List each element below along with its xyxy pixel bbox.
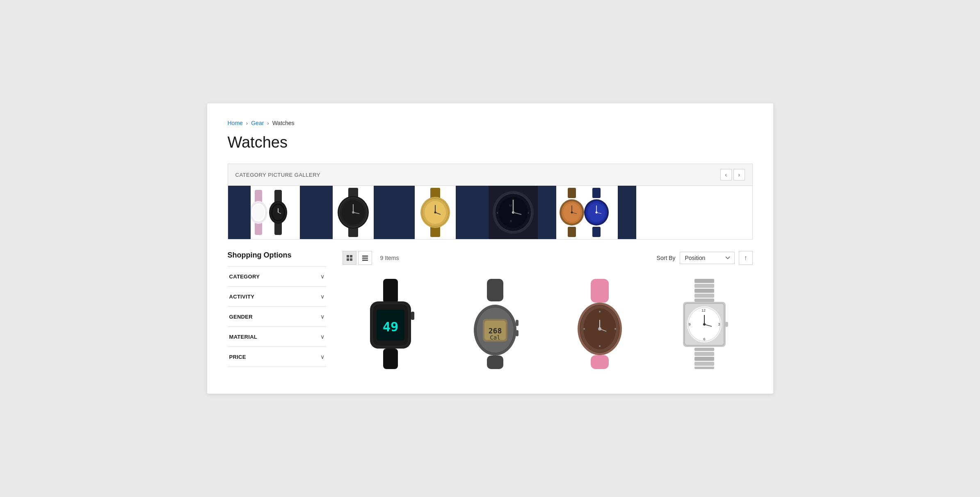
svg-rect-56 <box>350 258 352 261</box>
filter-gender-label: GENDER <box>229 314 253 320</box>
filter-material-chevron: ∨ <box>320 333 324 340</box>
svg-rect-53 <box>347 255 349 258</box>
svg-rect-76 <box>516 330 519 336</box>
filter-gender[interactable]: GENDER ∨ <box>228 307 326 327</box>
product-card-2: 268 Cal <box>447 275 544 373</box>
svg-rect-93 <box>694 299 714 302</box>
svg-rect-88 <box>591 355 609 369</box>
gallery-header: CATEGORY PICTURE GALLERY ‹ › <box>228 164 752 186</box>
filter-activity-label: ACTIVITY <box>229 294 255 300</box>
filter-category-chevron: ∨ <box>320 273 324 280</box>
svg-rect-55 <box>347 258 349 261</box>
breadcrumb-home[interactable]: Home <box>228 120 243 126</box>
svg-rect-58 <box>362 258 368 259</box>
sort-section: Sort By Position Product Name Price ↑ <box>657 251 753 265</box>
gallery-placeholder-1 <box>228 186 251 239</box>
sort-label: Sort By <box>657 255 676 261</box>
gallery-placeholder-8 <box>538 186 556 239</box>
breadcrumb-sep-2: › <box>267 120 269 126</box>
filter-price-label: PRICE <box>229 354 246 360</box>
sort-select[interactable]: Position Product Name Price <box>680 252 735 264</box>
gallery-nav: ‹ › <box>720 169 745 180</box>
svg-rect-106 <box>694 348 714 351</box>
page-title: Watches <box>228 134 753 151</box>
svg-rect-74 <box>487 356 503 369</box>
gallery-next-button[interactable]: › <box>733 169 745 180</box>
svg-rect-90 <box>694 284 714 288</box>
svg-point-83 <box>583 328 585 330</box>
view-toggle <box>343 251 372 265</box>
product-image-3 <box>556 279 644 369</box>
svg-rect-109 <box>694 362 714 366</box>
product-card-3 <box>552 275 648 373</box>
filter-price[interactable]: PRICE ∨ <box>228 347 326 367</box>
gallery-placeholder-7 <box>472 186 489 239</box>
product-card-4: 12 3 6 9 <box>656 275 753 373</box>
list-view-button[interactable] <box>358 251 372 265</box>
breadcrumb-current: Watches <box>272 120 295 126</box>
filter-category-label: CATEGORY <box>229 274 260 280</box>
breadcrumb-gear[interactable]: Gear <box>251 120 264 126</box>
svg-rect-66 <box>411 312 414 320</box>
svg-rect-54 <box>350 255 352 258</box>
svg-rect-75 <box>516 320 519 326</box>
svg-rect-57 <box>362 255 368 257</box>
svg-rect-89 <box>694 279 714 283</box>
svg-rect-91 <box>694 289 714 293</box>
grid-view-button[interactable] <box>343 251 356 265</box>
filter-gender-chevron: ∨ <box>320 313 324 320</box>
gallery-placeholder-9 <box>618 186 636 239</box>
svg-rect-92 <box>694 294 714 298</box>
gallery-container: CATEGORY PICTURE GALLERY ‹ › <box>228 164 753 239</box>
svg-rect-77 <box>591 279 609 303</box>
svg-rect-37 <box>568 188 576 198</box>
filter-activity[interactable]: ACTIVITY ∨ <box>228 287 326 307</box>
gallery-placeholder-6 <box>456 186 472 239</box>
svg-text:12: 12 <box>701 308 706 312</box>
svg-text:3: 3 <box>718 322 720 326</box>
svg-rect-110 <box>694 367 714 369</box>
svg-point-81 <box>599 311 601 312</box>
gallery-images: 12 3 6 9 <box>228 186 752 239</box>
product-image-2: 268 Cal <box>451 279 539 369</box>
shopping-options-title: Shopping Options <box>228 251 326 260</box>
gallery-prev-button[interactable]: ‹ <box>720 169 732 180</box>
filter-activity-chevron: ∨ <box>320 293 324 300</box>
svg-rect-65 <box>383 349 398 369</box>
svg-point-3 <box>253 205 264 220</box>
product-card-1: 49 <box>343 275 439 373</box>
sort-direction-button[interactable]: ↑ <box>739 251 753 265</box>
svg-point-82 <box>599 345 601 347</box>
breadcrumb-sep-1: › <box>246 120 248 126</box>
gallery-placeholder-4 <box>374 186 394 239</box>
svg-rect-107 <box>694 352 714 356</box>
svg-rect-108 <box>694 357 714 361</box>
page-container: Home › Gear › Watches Watches CATEGORY P… <box>207 103 773 394</box>
svg-text:Cal: Cal <box>490 334 500 341</box>
gallery-placeholder-3 <box>316 186 333 239</box>
main-content: Shopping Options CATEGORY ∨ ACTIVITY ∨ G… <box>228 251 753 373</box>
gallery-placeholder-2 <box>300 186 316 239</box>
product-image-4: 12 3 6 9 <box>660 279 749 369</box>
svg-text:6: 6 <box>703 337 705 341</box>
products-grid: 49 <box>343 275 753 373</box>
filter-material-label: MATERIAL <box>229 334 258 340</box>
gallery-placeholder-5 <box>394 186 415 239</box>
gallery-watch-1 <box>251 186 300 239</box>
svg-point-84 <box>614 328 616 330</box>
gallery-title: CATEGORY PICTURE GALLERY <box>235 172 321 178</box>
svg-rect-67 <box>487 279 503 301</box>
breadcrumb: Home › Gear › Watches <box>228 120 753 126</box>
items-count: 9 Items <box>380 255 652 261</box>
products-area: 9 Items Sort By Position Product Name Pr… <box>343 251 753 373</box>
gallery-watch-2 <box>333 186 374 239</box>
filter-category[interactable]: CATEGORY ∨ <box>228 267 326 287</box>
svg-text:49: 49 <box>383 319 399 335</box>
filter-section: CATEGORY ∨ ACTIVITY ∨ GENDER ∨ MATERIAL … <box>228 266 326 367</box>
filter-material[interactable]: MATERIAL ∨ <box>228 327 326 347</box>
gallery-watch-3 <box>415 186 456 239</box>
svg-rect-38 <box>568 227 576 237</box>
svg-text:9: 9 <box>688 322 690 326</box>
svg-rect-60 <box>383 279 398 303</box>
svg-point-104 <box>703 323 706 326</box>
